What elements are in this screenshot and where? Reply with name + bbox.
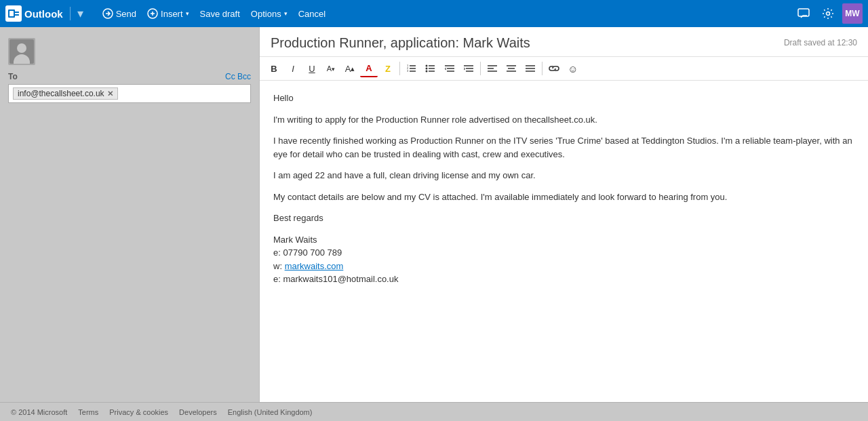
topbar: Outlook ▾ Send Insert ▾ Save draft Optio… [0, 0, 868, 27]
insert-emoji-button[interactable]: ☺ [564, 60, 582, 77]
recipient-tag: info@thecallsheet.co.uk ✕ [13, 87, 118, 100]
toolbar-divider-1 [399, 62, 400, 75]
settings-icon-button[interactable] [818, 3, 838, 24]
email-signature: Mark Waits e: 07790 700 789 w: markwaits… [273, 233, 854, 286]
sig-web-label: w: [273, 261, 285, 271]
svg-rect-1 [9, 11, 14, 16]
email-para-1: I'm writing to apply for the Production … [273, 113, 854, 127]
compose-area: Production Runner, application: Mark Wai… [259, 27, 868, 402]
topbar-right: MW [793, 3, 863, 24]
topbar-divider [70, 7, 71, 20]
insert-link-button[interactable] [545, 60, 563, 77]
outlook-label: Outlook [24, 8, 63, 20]
font-color-button[interactable]: A [360, 60, 378, 77]
insert-caret: ▾ [186, 10, 189, 17]
svg-rect-2 [14, 12, 19, 13]
email-body[interactable]: Hello I'm writing to apply for the Produ… [260, 81, 868, 402]
footer-copyright: © 2014 Microsoft [11, 408, 67, 416]
recipient-remove-button[interactable]: ✕ [107, 89, 113, 98]
footer-terms-link[interactable]: Terms [78, 408, 98, 416]
svg-point-17 [426, 65, 428, 67]
svg-point-18 [426, 68, 428, 70]
svg-rect-3 [14, 14, 19, 16]
align-justify-button[interactable] [521, 60, 539, 77]
email-regards: Best regards [273, 212, 854, 225]
svg-point-19 [426, 71, 428, 73]
sig-web-link[interactable]: markwaits.com [285, 261, 344, 271]
bold-button[interactable]: B [265, 60, 283, 77]
align-left-button[interactable] [484, 60, 501, 77]
email-greeting: Hello [273, 92, 854, 105]
ordered-list-button[interactable]: 123 [403, 60, 420, 77]
font-size-decrease-button[interactable]: A▾ [322, 60, 340, 77]
footer: © 2014 Microsoft Terms Privacy & cookies… [0, 402, 868, 421]
email-para-3: I am aged 22 and have a full, clean driv… [273, 169, 854, 182]
recipient-field[interactable]: info@thecallsheet.co.uk ✕ [8, 84, 251, 103]
underline-button[interactable]: U [303, 60, 321, 77]
insert-button[interactable]: Insert ▾ [142, 5, 195, 22]
send-button[interactable]: Send [97, 5, 142, 22]
increase-indent-button[interactable] [460, 60, 477, 77]
to-label: To [8, 72, 225, 81]
unordered-list-button[interactable] [422, 60, 439, 77]
options-button[interactable]: Options ▾ [245, 6, 293, 22]
email-para-2: I have recently finished working as Prod… [273, 134, 854, 161]
contact-avatar [8, 38, 35, 65]
compose-header: Production Runner, application: Mark Wai… [260, 27, 868, 57]
options-caret: ▾ [284, 10, 288, 17]
avatar-icon [9, 39, 34, 64]
outlook-logo: Outlook [5, 5, 63, 22]
chat-icon-button[interactable] [793, 3, 814, 24]
align-center-button[interactable] [502, 60, 520, 77]
sig-phone: 07790 700 789 [283, 247, 342, 258]
italic-button[interactable]: I [284, 60, 302, 77]
footer-privacy-link[interactable]: Privacy & cookies [109, 408, 168, 416]
highlight-button[interactable]: Z [379, 60, 397, 77]
footer-language-link[interactable]: English (United Kingdom) [228, 408, 313, 416]
decrease-indent-button[interactable] [441, 60, 458, 77]
main-area: To Cc Bcc info@thecallsheet.co.uk ✕ Prod… [0, 27, 868, 402]
dropdown-arrow[interactable]: ▾ [77, 6, 83, 21]
toolbar-divider-2 [480, 62, 481, 75]
cc-bcc-link[interactable]: Cc Bcc [225, 72, 251, 81]
draft-status: Draft saved at 12:30 [784, 38, 857, 47]
email-para-4: My contact details are below and my CV i… [273, 191, 854, 204]
sig-name: Mark Waits [273, 235, 317, 245]
cancel-button[interactable]: Cancel [293, 6, 331, 22]
recipient-email: info@thecallsheet.co.uk [18, 89, 104, 98]
sig-email-label: e: [273, 274, 283, 284]
user-avatar[interactable]: MW [842, 3, 863, 24]
email-subject: Production Runner, application: Mark Wai… [271, 35, 530, 51]
topbar-left: Outlook ▾ [5, 5, 83, 22]
sig-phone-label: e: [273, 247, 283, 258]
formatting-toolbar: B I U A▾ A▴ A Z 123 [260, 57, 868, 81]
outlook-logo-icon [5, 5, 22, 22]
svg-point-7 [827, 12, 830, 16]
footer-developers-link[interactable]: Developers [179, 408, 217, 416]
to-row: To Cc Bcc [8, 72, 251, 81]
toolbar-divider-3 [542, 62, 542, 75]
sidebar: To Cc Bcc info@thecallsheet.co.uk ✕ [0, 27, 259, 402]
save-draft-button[interactable]: Save draft [195, 6, 245, 22]
svg-text:3: 3 [407, 69, 409, 73]
avatar-row [8, 38, 251, 65]
sig-email: markwaits101@hotmail.co.uk [283, 274, 398, 284]
font-size-increase-button[interactable]: A▴ [341, 60, 359, 77]
